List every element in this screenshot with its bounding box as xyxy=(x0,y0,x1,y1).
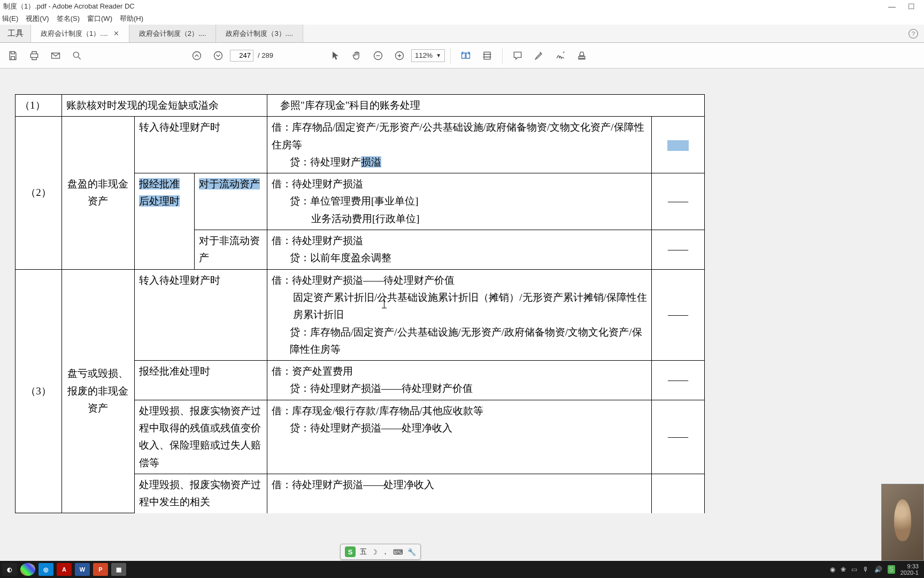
cell-dash: —— xyxy=(651,400,704,474)
ime-settings-icon[interactable]: 🔧 xyxy=(407,548,416,556)
page-up-button[interactable] xyxy=(187,46,206,65)
ime-toolbar[interactable]: S 五 ☽ ， ⌨ 🔧 xyxy=(340,544,421,560)
selection-tool-button[interactable] xyxy=(326,46,345,65)
tabbar: 工具 政府会计制度（1）.... ✕ 政府会计制度（2）.... 政府会计制度（… xyxy=(0,25,924,43)
stamp-button[interactable] xyxy=(572,46,591,65)
table-row: （3） 盘亏或毁损、报废的非现金资产 转入待处理财产时 借：待处理财产损溢——待… xyxy=(16,269,705,360)
tab-label: 政府会计制度（1）.... xyxy=(41,29,108,39)
svg-point-4 xyxy=(193,51,201,59)
acrobat-icon[interactable]: A xyxy=(57,563,72,576)
toolbar: / 289 112% ▼ xyxy=(0,43,924,69)
menu-view[interactable]: 视图(V) xyxy=(26,14,49,24)
cell-num: （2） xyxy=(16,117,62,269)
powerpoint-icon[interactable]: P xyxy=(93,563,108,576)
tab-label: 政府会计制度（2）.... xyxy=(139,29,206,39)
svg-rect-8 xyxy=(484,52,490,59)
cell-num: （3） xyxy=(16,269,62,513)
document-tab-2[interactable]: 政府会计制度（2）.... xyxy=(129,25,217,42)
cell-dash xyxy=(651,117,704,173)
explorer-icon[interactable]: ▦ xyxy=(111,563,126,576)
word-icon[interactable]: W xyxy=(75,563,90,576)
ime-punct-icon[interactable]: ， xyxy=(382,547,389,557)
hand-tool-button[interactable] xyxy=(347,46,366,65)
fit-page-button[interactable] xyxy=(478,46,497,65)
cell-body: 借：待处理财产损溢——处理净收入 xyxy=(267,474,651,513)
taskbar[interactable]: ◐ ◎ A W P ▦ ◉ ❀ ▭ 🎙 🔊 S 9:33 2020-1 xyxy=(0,561,924,578)
clock-date: 2020-1 xyxy=(900,569,919,576)
cell-body: 借：待处理财产损溢 贷：以前年度盈余调整 xyxy=(267,230,651,270)
close-icon[interactable]: ✕ xyxy=(113,29,119,37)
cell-step: 转入待处理财产时 xyxy=(135,269,267,360)
clock[interactable]: 9:33 2020-1 xyxy=(900,563,919,576)
ime-moon-icon[interactable]: ☽ xyxy=(371,548,378,556)
help-icon: ? xyxy=(908,28,919,39)
document-tab-1[interactable]: 政府会计制度（1）.... ✕ xyxy=(31,25,129,42)
cell-cond: 对于非流动资产 xyxy=(194,230,267,270)
tray-icon[interactable]: 🎙 xyxy=(863,566,869,573)
menu-sign[interactable]: 签名(S) xyxy=(57,14,80,24)
svg-point-5 xyxy=(214,51,222,59)
zoom-select[interactable]: 112% ▼ xyxy=(411,49,445,62)
cell-step: 报经批准后处理时 xyxy=(135,173,195,269)
tray-icon[interactable]: ❀ xyxy=(841,566,846,573)
zoom-out-button[interactable] xyxy=(368,46,388,65)
print-button[interactable] xyxy=(25,46,44,65)
help-button[interactable]: ? xyxy=(903,25,924,42)
app-icon[interactable]: ◎ xyxy=(38,563,53,576)
cell-num: （1） xyxy=(16,95,62,117)
window-title: 制度（1）.pdf - Adobe Acrobat Reader DC xyxy=(3,2,135,11)
page-down-button[interactable] xyxy=(209,46,228,65)
cell-step: 转入待处理财产时 xyxy=(135,117,267,173)
cell-step: 报经批准处理时 xyxy=(135,361,267,400)
tab-label: 政府会计制度（3）.... xyxy=(226,29,293,39)
volume-icon[interactable]: 🔊 xyxy=(874,566,882,573)
tools-tab[interactable]: 工具 xyxy=(0,25,31,42)
cell-dash: —— xyxy=(651,173,704,230)
zoom-in-button[interactable] xyxy=(390,46,409,65)
browser-icon[interactable] xyxy=(20,563,35,576)
menubar: 辑(E) 视图(V) 签名(S) 窗口(W) 帮助(H) xyxy=(0,13,924,25)
cell-dash xyxy=(651,474,704,513)
cell-body: 借：资产处置费用 贷：待处理财产损溢——待处理财产价值 xyxy=(267,361,651,400)
cell-dash: —— xyxy=(651,269,704,360)
search-button[interactable] xyxy=(67,46,87,65)
svg-text:?: ? xyxy=(912,30,915,37)
cell-step: 处理毁损、报废实物资产过程中发生的相关 xyxy=(135,474,267,513)
maximize-button[interactable]: ☐ xyxy=(902,1,921,12)
ime-mode-label[interactable]: 五 xyxy=(360,547,367,557)
zoom-value: 112% xyxy=(415,51,433,59)
tray-icon[interactable]: ▭ xyxy=(851,566,857,573)
fit-width-button[interactable] xyxy=(456,46,475,65)
save-button[interactable] xyxy=(3,46,22,65)
system-tray[interactable]: ◉ ❀ ▭ 🎙 🔊 S 9:33 2020-1 xyxy=(830,563,922,576)
page-number-input[interactable] xyxy=(230,50,253,62)
comment-button[interactable] xyxy=(508,46,527,65)
cell-step: 处理毁损、报废实物资产过程中取得的残值或残值变价收入、保险理赔或过失人赔偿等 xyxy=(135,400,267,474)
minimize-button[interactable]: — xyxy=(882,1,902,12)
table-row: （2） 盘盈的非现金资产 转入待处理财产时 借：库存物品/固定资产/无形资产/公… xyxy=(16,117,705,173)
menu-window[interactable]: 窗口(W) xyxy=(87,14,112,24)
signature-button[interactable] xyxy=(551,46,570,65)
tray-icon[interactable]: ◉ xyxy=(830,566,835,573)
cell-body: 借：库存物品/固定资产/无形资产/公共基础设施/政府储备物资/文物文化资产/保障… xyxy=(267,117,651,173)
cell-dash: —— xyxy=(651,230,704,270)
start-button[interactable]: ◐ xyxy=(2,563,17,576)
ime-tray-icon[interactable]: S xyxy=(888,565,895,574)
cell-body: 参照"库存现金"科目的账务处理 xyxy=(267,95,704,117)
ime-logo-icon: S xyxy=(345,546,356,557)
pdf-page: （1） 账款核对时发现的现金短缺或溢余 参照"库存现金"科目的账务处理 （2） … xyxy=(15,94,705,513)
cell-cond: 对于流动资产 xyxy=(194,173,267,230)
email-button[interactable] xyxy=(46,46,65,65)
svg-point-3 xyxy=(73,52,79,57)
highlight-button[interactable] xyxy=(529,46,549,65)
ime-keyboard-icon[interactable]: ⌨ xyxy=(393,548,403,556)
menu-edit[interactable]: 辑(E) xyxy=(2,14,18,24)
cell-body: 借：库存现金/银行存款/库存物品/其他应收款等 贷：待处理财产损溢——处理净收入 xyxy=(267,400,651,474)
document-viewport[interactable]: （1） 账款核对时发现的现金短缺或溢余 参照"库存现金"科目的账务处理 （2） … xyxy=(0,69,924,561)
cell-cat: 账款核对时发现的现金短缺或溢余 xyxy=(61,95,267,117)
webcam-overlay xyxy=(881,484,924,561)
content-table: （1） 账款核对时发现的现金短缺或溢余 参照"库存现金"科目的账务处理 （2） … xyxy=(15,94,705,513)
menu-help[interactable]: 帮助(H) xyxy=(120,14,143,24)
clock-time: 9:33 xyxy=(900,563,919,569)
document-tab-3[interactable]: 政府会计制度（3）.... xyxy=(216,25,303,42)
